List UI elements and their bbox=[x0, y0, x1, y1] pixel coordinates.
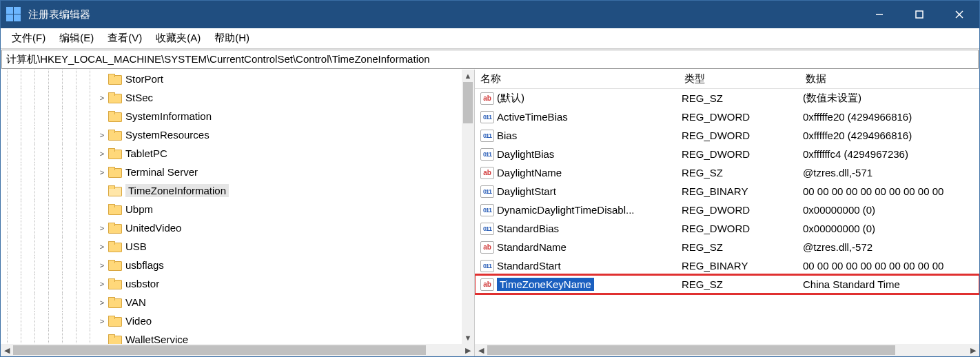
expander-icon[interactable]: > bbox=[97, 224, 107, 232]
list-item[interactable]: StandardStartREG_BINARY00 00 00 00 00 00… bbox=[475, 256, 979, 275]
tree-node-label: Ubpm bbox=[125, 203, 153, 215]
expander-icon[interactable] bbox=[97, 187, 107, 195]
folder-icon bbox=[108, 167, 122, 178]
list-item[interactable]: StandardBiasREG_DWORD0x00000000 (0) bbox=[475, 219, 979, 238]
expander-icon[interactable]: > bbox=[97, 243, 107, 251]
string-value-icon bbox=[480, 241, 494, 254]
tree-node-label: Terminal Server bbox=[125, 166, 198, 178]
tree-view[interactable]: ▲ ▼ StorPort>StSec SystemInformation>Sys… bbox=[1, 70, 474, 344]
column-name[interactable]: 名称 bbox=[475, 72, 679, 85]
menu-view[interactable]: 查看(V) bbox=[101, 30, 149, 47]
scroll-down-icon[interactable]: ▼ bbox=[462, 332, 474, 344]
tree-node[interactable]: StorPort bbox=[1, 70, 474, 88]
tree-node[interactable]: >Terminal Server bbox=[1, 163, 474, 181]
value-data: @tzres.dll,-572 bbox=[800, 241, 979, 253]
value-type: REG_SZ bbox=[679, 241, 800, 253]
expander-icon[interactable] bbox=[97, 205, 107, 214]
close-button[interactable] bbox=[939, 1, 979, 28]
list-item[interactable]: (默认)REG_SZ(数值未设置) bbox=[475, 89, 979, 108]
value-data: 0x00000000 (0) bbox=[800, 223, 979, 234]
tree-hscrollbar[interactable]: ◀ ▶ bbox=[1, 344, 474, 356]
expander-icon[interactable]: > bbox=[97, 94, 107, 102]
expander-icon[interactable]: > bbox=[97, 150, 107, 158]
expander-icon[interactable] bbox=[97, 75, 107, 83]
list-item[interactable]: DaylightStartREG_BINARY00 00 00 00 00 00… bbox=[475, 182, 979, 201]
folder-icon bbox=[108, 74, 122, 85]
menu-edit[interactable]: 编辑(E) bbox=[52, 30, 101, 47]
tree-node[interactable]: SystemInformation bbox=[1, 107, 474, 125]
expander-icon[interactable]: > bbox=[97, 261, 107, 269]
tree-node[interactable]: >USB bbox=[1, 237, 474, 256]
scroll-left-icon[interactable]: ◀ bbox=[475, 344, 487, 356]
expander-icon[interactable]: > bbox=[97, 298, 107, 307]
value-name: DaylightStart bbox=[497, 185, 556, 197]
menu-file[interactable]: 文件(F) bbox=[5, 30, 52, 47]
value-data: 00 00 00 00 00 00 00 00 00 00 bbox=[800, 260, 979, 272]
tree-node[interactable]: >usbstor bbox=[1, 274, 474, 293]
list-item[interactable]: DaylightBiasREG_DWORD0xffffffc4 (4294967… bbox=[475, 145, 979, 163]
tree-node[interactable]: Ubpm bbox=[1, 200, 474, 218]
minimize-button[interactable] bbox=[859, 1, 899, 28]
expander-icon[interactable] bbox=[97, 112, 107, 121]
list-item[interactable]: BiasREG_DWORD0xfffffe20 (4294966816) bbox=[475, 126, 979, 145]
list-hscrollbar[interactable]: ◀ ▶ bbox=[475, 344, 979, 356]
list-item[interactable]: DaylightNameREG_SZ@tzres.dll,-571 bbox=[475, 163, 979, 182]
tree-node[interactable]: >SystemResources bbox=[1, 125, 474, 144]
list-view[interactable]: (默认)REG_SZ(数值未设置)ActiveTimeBiasREG_DWORD… bbox=[475, 89, 979, 344]
scroll-up-icon[interactable]: ▲ bbox=[462, 70, 474, 82]
app-icon bbox=[6, 7, 21, 22]
scroll-left-icon[interactable]: ◀ bbox=[1, 344, 13, 356]
menu-help[interactable]: 帮助(H) bbox=[207, 30, 256, 47]
tree-node-label: Video bbox=[125, 315, 152, 327]
window-title: 注册表编辑器 bbox=[28, 8, 859, 21]
value-type: REG_SZ bbox=[679, 167, 800, 178]
tree-node-label: TabletPC bbox=[125, 147, 167, 159]
tree-node[interactable]: >VAN bbox=[1, 293, 474, 312]
list-item[interactable]: DynamicDaylightTimeDisabl...REG_DWORD0x0… bbox=[475, 201, 979, 219]
value-data: 0xfffffe20 (4294966816) bbox=[800, 111, 979, 123]
menubar: 文件(F) 编辑(E) 查看(V) 收藏夹(A) 帮助(H) bbox=[1, 28, 979, 49]
scroll-thumb[interactable] bbox=[463, 82, 473, 123]
tree-node-label: TimeZoneInformation bbox=[125, 184, 229, 197]
titlebar[interactable]: 注册表编辑器 bbox=[1, 1, 979, 28]
tree-node[interactable]: TimeZoneInformation bbox=[1, 181, 474, 200]
binary-value-icon bbox=[480, 130, 494, 142]
value-type: REG_DWORD bbox=[679, 223, 800, 234]
folder-icon bbox=[108, 316, 122, 327]
address-bar[interactable]: 计算机\HKEY_LOCAL_MACHINE\SYSTEM\CurrentCon… bbox=[1, 50, 979, 69]
tree-node-label: USB bbox=[125, 241, 147, 252]
tree-node[interactable]: >Video bbox=[1, 312, 474, 330]
tree-node-label: usbflags bbox=[125, 259, 164, 271]
expander-icon[interactable]: > bbox=[97, 168, 107, 176]
tree-node[interactable]: >usbflags bbox=[1, 256, 474, 274]
tree-scrollbar[interactable]: ▲ ▼ bbox=[462, 70, 474, 344]
list-item[interactable]: StandardNameREG_SZ@tzres.dll,-572 bbox=[475, 238, 979, 256]
folder-icon bbox=[108, 130, 122, 141]
folder-icon bbox=[108, 185, 122, 196]
expander-icon[interactable]: > bbox=[97, 131, 107, 139]
tree-node-label: WalletService bbox=[125, 334, 188, 344]
column-type[interactable]: 类型 bbox=[679, 72, 800, 85]
folder-icon bbox=[108, 260, 122, 271]
folder-icon bbox=[108, 204, 122, 215]
expander-icon[interactable]: > bbox=[97, 317, 107, 325]
value-type: REG_SZ bbox=[679, 278, 800, 290]
column-data[interactable]: 数据 bbox=[800, 72, 979, 85]
tree-node[interactable]: >StSec bbox=[1, 88, 474, 107]
expander-icon[interactable]: > bbox=[97, 280, 107, 288]
svg-rect-1 bbox=[916, 11, 923, 18]
tree-node[interactable]: >UnitedVideo bbox=[1, 218, 474, 237]
maximize-button[interactable] bbox=[899, 1, 939, 28]
expander-icon[interactable] bbox=[97, 336, 107, 344]
scroll-right-icon[interactable]: ▶ bbox=[967, 344, 979, 356]
tree-node[interactable]: WalletService bbox=[1, 330, 474, 344]
folder-icon bbox=[108, 223, 122, 234]
menu-favorites[interactable]: 收藏夹(A) bbox=[149, 30, 207, 47]
value-data: (数值未设置) bbox=[800, 92, 979, 105]
tree-node-label: SystemInformation bbox=[125, 110, 212, 122]
list-item[interactable]: TimeZoneKeyNameREG_SZChina Standard Time bbox=[475, 275, 979, 294]
tree-node[interactable]: >TabletPC bbox=[1, 144, 474, 163]
scroll-right-icon[interactable]: ▶ bbox=[462, 344, 474, 356]
value-name: StandardStart bbox=[497, 260, 561, 272]
list-item[interactable]: ActiveTimeBiasREG_DWORD0xfffffe20 (42949… bbox=[475, 108, 979, 126]
